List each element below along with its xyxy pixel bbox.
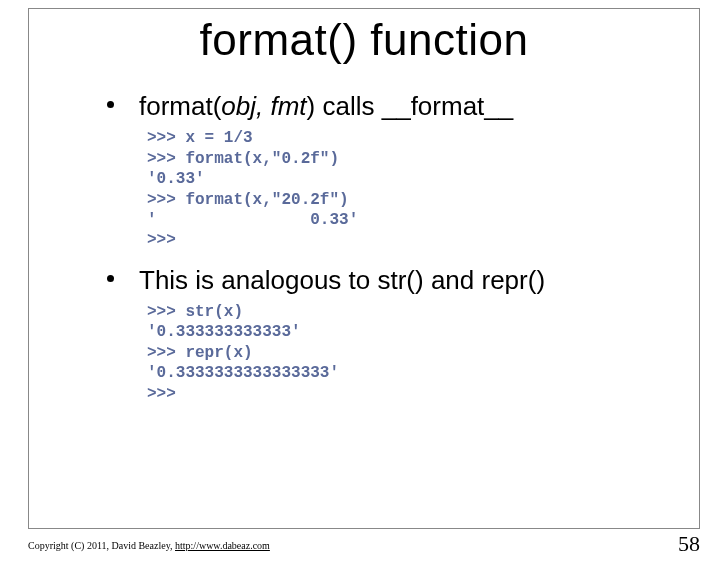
footer: Copyright (C) 2011, David Beazley, http:… — [28, 540, 270, 551]
slide-content: format(obj, fmt) calls __format__ >>> x … — [29, 89, 699, 404]
bullet-text: This is analogous to str() and repr() — [139, 265, 545, 295]
bullet-icon — [107, 101, 114, 108]
footer-copyright: Copyright (C) 2011, David Beazley, — [28, 540, 175, 551]
bullet-item: format(obj, fmt) calls __format__ — [139, 89, 679, 124]
bullet-text-suffix: ) calls __format__ — [307, 91, 514, 121]
bullet-icon — [107, 275, 114, 282]
code-block: >>> x = 1/3 >>> format(x,"0.2f") '0.33' … — [139, 128, 679, 251]
bullet-item: This is analogous to str() and repr() — [139, 263, 679, 298]
bullet-text-args: obj, fmt — [221, 91, 306, 121]
slide-title: format() function — [29, 15, 699, 65]
footer-link[interactable]: http://www.dabeaz.com — [175, 540, 270, 551]
bullet-text-prefix: format( — [139, 91, 221, 121]
code-block: >>> str(x) '0.333333333333' >>> repr(x) … — [139, 302, 679, 404]
slide-frame: format() function format(obj, fmt) calls… — [28, 8, 700, 529]
page-number: 58 — [678, 531, 700, 557]
